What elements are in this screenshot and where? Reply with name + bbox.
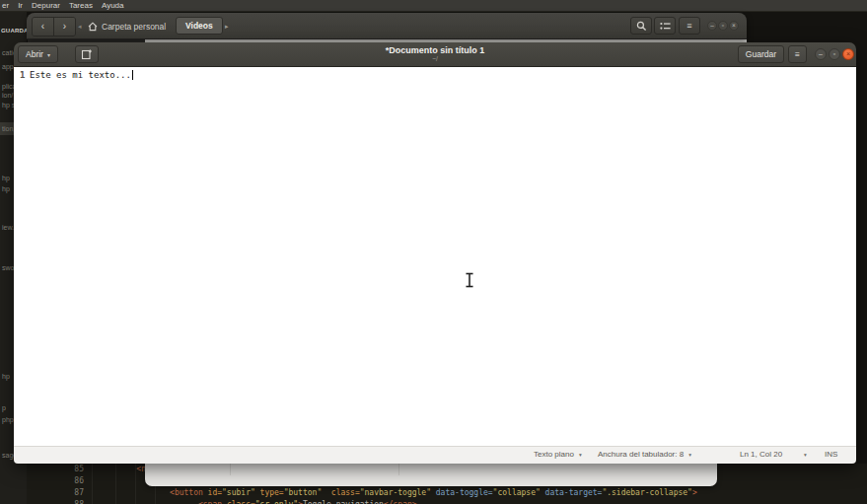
text-cursor (132, 70, 133, 80)
path-scroll-right-icon[interactable]: ▸ (225, 22, 229, 31)
save-button-label: Guardar (746, 49, 776, 59)
chevron-down-icon: ▾ (47, 51, 50, 58)
tab-width-selector[interactable]: Anchura del tabulador: 8 ▾ (598, 450, 691, 460)
menu-item-ir[interactable]: Ir (18, 0, 23, 12)
column-separator (230, 462, 231, 475)
forward-button[interactable]: › (53, 18, 75, 36)
list-view-icon (660, 22, 671, 31)
chevron-down-icon: ▾ (579, 450, 582, 460)
new-document-icon (81, 48, 93, 60)
background-save-button[interactable]: GUARDAR (1, 28, 27, 34)
breadcrumb-home[interactable]: Carpeta personal (88, 18, 166, 35)
save-button[interactable]: Guardar (738, 45, 784, 63)
document-path: ~/ (14, 55, 856, 63)
open-button-label: Abrir (26, 49, 43, 59)
gedit-window: Abrir ▾ *Documento sin título 1 ~/ Guard… (14, 42, 856, 464)
sidebar-fragment: hp (2, 184, 10, 193)
window-title: *Documento sin título 1 ~/ (14, 45, 856, 63)
sidebar-fragment: p (2, 403, 6, 412)
ibeam-mouse-cursor (465, 272, 474, 292)
menu-item-depurar[interactable]: Depurar (32, 0, 60, 12)
files-minimize-button[interactable]: – (707, 21, 717, 31)
language-label: Texto plano (534, 450, 574, 460)
chevron-down-icon: ▾ (804, 450, 807, 460)
column-separator (398, 462, 399, 475)
line-number: 1 (20, 70, 25, 81)
breadcrumb-current-videos[interactable]: Videos (176, 17, 223, 35)
sidebar-fragment: php (2, 415, 14, 424)
menu-item-ver[interactable]: er (2, 0, 9, 12)
gedit-menu-button[interactable]: ≡ (788, 45, 807, 63)
insert-mode-indicator: INS (825, 450, 837, 460)
sidebar-fragment: app (2, 62, 14, 71)
hamburger-icon: ≡ (686, 21, 691, 31)
history-nav: ‹ › (32, 17, 76, 36)
view-options-button[interactable] (654, 17, 676, 35)
sidebar-fragment: hp (2, 174, 10, 182)
back-button[interactable]: ‹ (33, 18, 53, 36)
sidebar-fragment: hp (2, 372, 10, 381)
gedit-close-button[interactable]: × (842, 48, 854, 60)
files-window-headerbar: ‹ › ◂ Carpeta personal Videos ▸ ≡ – ▫ × (27, 13, 747, 39)
goto-line-dropdown[interactable]: ▾ (804, 450, 807, 460)
new-document-button[interactable] (75, 45, 99, 63)
menu-item-tareas[interactable]: Tareas (69, 0, 93, 12)
document-text: Este es mi texto... (30, 70, 131, 80)
code-gutter: 85868788 (66, 464, 84, 504)
tab-width-label: Anchura del tabulador: 8 (598, 450, 684, 460)
open-button[interactable]: Abrir ▾ (18, 45, 58, 63)
gedit-headerbar: Abrir ▾ *Documento sin título 1 ~/ Guard… (14, 42, 856, 67)
text-editor-area[interactable]: 1 Este es mi texto... (14, 67, 856, 446)
gedit-minimize-button[interactable]: – (815, 48, 827, 60)
menu-item-ayuda[interactable]: Ayuda (102, 0, 124, 12)
indent-guide (92, 464, 93, 504)
cursor-position-label: Ln 1, Col 20 (740, 450, 782, 460)
files-maximize-button[interactable]: ▫ (718, 21, 728, 31)
gedit-statusbar: Texto plano ▾ Anchura del tabulador: 8 ▾… (14, 446, 856, 464)
sidebar-fragment: ion/ (2, 91, 13, 100)
files-window-bottom (145, 462, 717, 486)
sidebar-fragment: iew. (2, 223, 14, 232)
cursor-position[interactable]: Ln 1, Col 20 (740, 450, 782, 460)
home-icon (88, 22, 98, 32)
path-scroll-left-icon[interactable]: ◂ (78, 22, 82, 31)
document-title: *Documento sin título 1 (14, 45, 856, 55)
hamburger-icon: ≡ (795, 49, 800, 59)
language-selector[interactable]: Texto plano ▾ (534, 450, 582, 460)
document-text-line: Este es mi texto... (30, 70, 133, 81)
sidebar-fragment: swo (2, 263, 14, 272)
gedit-maximize-button[interactable]: ▫ (829, 48, 840, 60)
files-menu-button[interactable]: ≡ (679, 17, 700, 35)
search-button[interactable] (630, 17, 652, 35)
search-icon (636, 21, 647, 32)
background-menubar: er Ir Depurar Tareas Ayuda (0, 0, 867, 12)
breadcrumb-home-label: Carpeta personal (102, 22, 166, 32)
files-close-button[interactable]: × (729, 21, 739, 31)
chevron-down-icon: ▾ (688, 450, 691, 460)
